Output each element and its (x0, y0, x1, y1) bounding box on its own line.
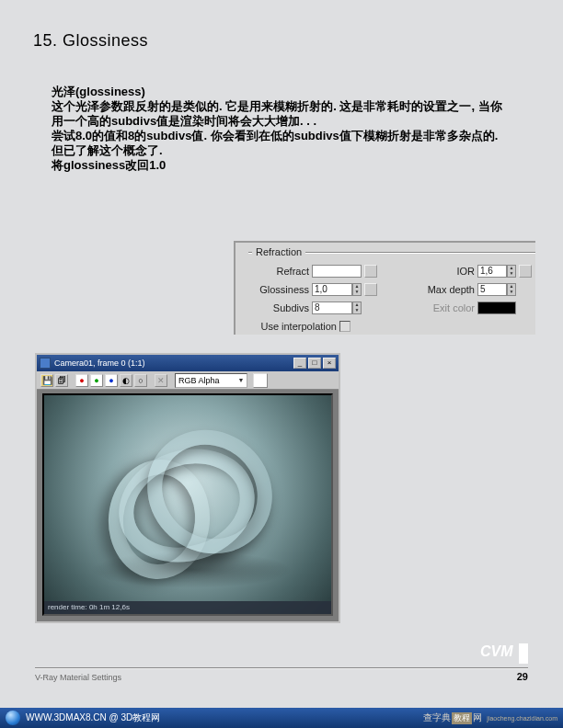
globe-icon (6, 711, 20, 725)
clear-icon[interactable]: ✕ (155, 374, 167, 387)
footer-text: V-Ray Material Settings (35, 673, 121, 682)
browser-status-bar: WWW.3DMAX8.CN @ 3D教程网 查字典教程网 jiaocheng.c… (0, 708, 563, 728)
maxdepth-spinner[interactable]: ▲▼ (507, 283, 516, 296)
render-canvas[interactable]: render time: 0h 1m 12,6s (42, 393, 333, 616)
channel-dropdown[interactable]: RGB Alpha (175, 373, 247, 388)
red-channel-icon[interactable]: ● (75, 374, 88, 387)
render-image (44, 395, 331, 614)
glossiness-map-button[interactable] (364, 283, 377, 296)
glossiness-spinner[interactable]: ▲▼ (352, 283, 362, 296)
glossiness-input[interactable]: 1,0▲▼ (312, 283, 362, 296)
mono-icon[interactable]: ◐ (120, 374, 132, 387)
page-logo: CVM (480, 643, 528, 664)
maximize-button[interactable]: □ (308, 358, 321, 369)
subdivs-label: Subdivs (248, 302, 309, 313)
page-number: 29 (517, 671, 528, 682)
alpha-icon[interactable]: ○ (134, 374, 147, 387)
minimize-button[interactable]: _ (293, 358, 306, 369)
body-text: 光泽(glossiness) 这个光泽参数跟反射的是类似的. 它是用来模糊折射的… (52, 85, 502, 173)
render-status-bar: render time: 0h 1m 12,6s (44, 601, 331, 614)
page-heading: 15. Glossiness (33, 31, 148, 51)
ior-spinner[interactable]: ▲▼ (507, 265, 516, 278)
body-line-2: 这个光泽参数跟反射的是类似的. 它是用来模糊折射的. 这是非常耗时的设置之一, … (52, 99, 502, 129)
body-line-1: 光泽(glossiness) (52, 85, 502, 99)
render-window: Camera01, frame 0 (1:1) _ □ × 💾 🗐 ● ● ● … (35, 353, 340, 623)
copy-icon[interactable]: 🗐 (55, 374, 68, 387)
ior-input[interactable]: 1,6▲▼ (477, 265, 516, 278)
interpolation-checkbox[interactable] (339, 321, 350, 332)
watermark: 查字典教程网 jiaocheng.chazidian.com (423, 711, 557, 724)
save-icon[interactable]: 💾 (40, 374, 53, 387)
window-icon (40, 358, 51, 369)
ior-label: IOR (421, 266, 475, 277)
swatch-icon[interactable] (253, 373, 268, 388)
subdivs-input[interactable]: 8▲▼ (312, 301, 362, 314)
footer-divider (35, 667, 528, 668)
render-toolbar: 💾 🗐 ● ● ● ◐ ○ ✕ RGB Alpha (37, 371, 339, 390)
glossiness-label: Glossiness (248, 284, 309, 295)
body-line-3: 尝试8.0的值和8的subdivs值. 你会看到在低的subdivs值下模糊折射… (52, 129, 502, 158)
render-titlebar[interactable]: Camera01, frame 0 (1:1) _ □ × (37, 355, 339, 371)
blue-channel-icon[interactable]: ● (105, 374, 118, 387)
exitcolor-swatch[interactable] (477, 301, 516, 314)
ior-map-button[interactable] (519, 265, 532, 278)
exitcolor-label: Exit color (421, 302, 475, 313)
render-title: Camera01, frame 0 (1:1) (54, 358, 145, 368)
refract-color-swatch[interactable] (312, 265, 362, 278)
subdivs-spinner[interactable]: ▲▼ (352, 301, 362, 314)
maxdepth-input[interactable]: 5▲▼ (477, 283, 516, 296)
green-channel-icon[interactable]: ● (90, 374, 103, 387)
refract-map-button[interactable] (364, 265, 377, 278)
fieldset-title: Refraction (252, 246, 305, 257)
refraction-panel: Refraction Refract Glossiness 1,0▲▼ Subd… (234, 241, 535, 335)
refract-label: Refract (248, 266, 309, 277)
body-line-4: 将glossiness改回1.0 (52, 158, 502, 173)
maxdepth-label: Max depth (421, 284, 475, 295)
close-button[interactable]: × (323, 358, 336, 369)
interpolation-label: Use interpolation (248, 321, 337, 332)
browser-url: WWW.3DMAX8.CN @ 3D教程网 (26, 711, 160, 724)
